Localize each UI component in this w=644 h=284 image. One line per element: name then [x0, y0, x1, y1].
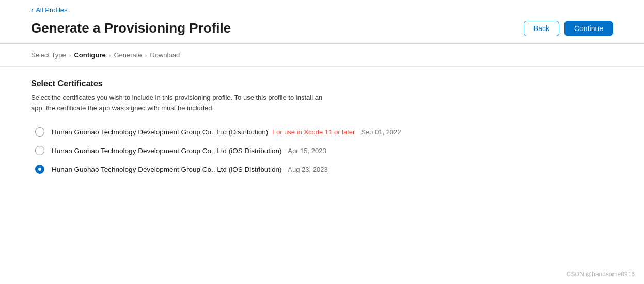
breadcrumb: Select Type › Configure › Generate › Dow… [0, 44, 644, 67]
radio-cert-1[interactable] [35, 127, 44, 137]
cert-note-1: For use in Xcode 11 or later [272, 128, 355, 136]
header-row: Generate a Provisioning Profile Back Con… [31, 20, 613, 43]
section-desc: Select the certificates you wish to incl… [31, 93, 351, 113]
continue-button[interactable]: Continue [564, 21, 613, 36]
watermark: CSDN @handsome0916 [567, 271, 635, 278]
page-wrapper: All Profiles Generate a Provisioning Pro… [0, 0, 644, 284]
radio-cert-2[interactable] [35, 146, 44, 155]
certificate-list: Hunan Guohao Technology Development Grou… [31, 127, 613, 174]
breadcrumb-generate: Generate [114, 51, 142, 59]
all-profiles-link[interactable]: All Profiles [31, 5, 68, 14]
section-title: Select Certificates [31, 79, 613, 88]
cert-date-2: Apr 15, 2023 [288, 147, 326, 155]
page-title: Generate a Provisioning Profile [31, 20, 231, 36]
section-desc-line1: Select the certificates you wish to incl… [31, 94, 322, 101]
cert-date-3: Aug 23, 2023 [288, 166, 327, 173]
breadcrumb-sep-1: › [69, 52, 71, 58]
cert-text-1: Hunan Guohao Technology Development Grou… [52, 128, 401, 136]
header-buttons: Back Continue [524, 21, 613, 36]
cert-name-1: Hunan Guohao Technology Development Grou… [52, 128, 268, 136]
radio-cert-3[interactable] [35, 165, 44, 174]
breadcrumb-select-type: Select Type [31, 51, 66, 59]
section-desc-line2: app, the certificate the app was signed … [31, 104, 214, 112]
back-button[interactable]: Back [524, 21, 559, 36]
cert-text-2: Hunan Guohao Technology Development Grou… [52, 147, 326, 155]
cert-item-1[interactable]: Hunan Guohao Technology Development Grou… [35, 127, 613, 137]
cert-date-1: Sep 01, 2022 [361, 128, 401, 136]
cert-name-3: Hunan Guohao Technology Development Grou… [52, 166, 282, 173]
breadcrumb-download: Download [150, 51, 180, 59]
top-bar: All Profiles Generate a Provisioning Pro… [0, 0, 644, 44]
main-content: Select Certificates Select the certifica… [0, 67, 644, 195]
breadcrumb-configure: Configure [74, 51, 105, 59]
cert-item-2[interactable]: Hunan Guohao Technology Development Grou… [35, 146, 613, 155]
cert-item-3[interactable]: Hunan Guohao Technology Development Grou… [35, 165, 613, 174]
breadcrumb-sep-3: › [145, 52, 147, 58]
breadcrumb-sep-2: › [109, 52, 111, 58]
cert-text-3: Hunan Guohao Technology Development Grou… [52, 166, 328, 173]
cert-name-2: Hunan Guohao Technology Development Grou… [52, 147, 282, 155]
